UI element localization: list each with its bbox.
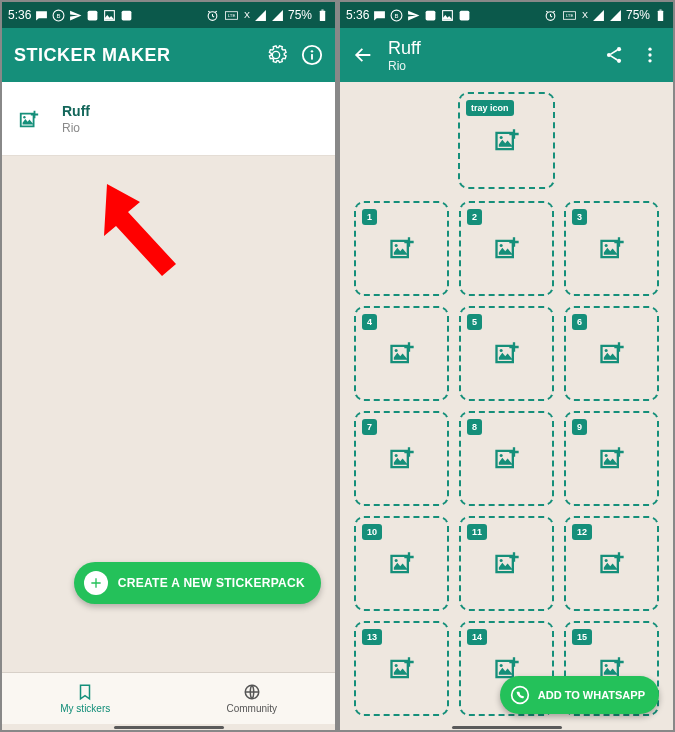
status-bar: 5:36 B LTE X 75% bbox=[340, 2, 673, 28]
slot-number: 3 bbox=[572, 209, 587, 225]
alarm-icon bbox=[206, 9, 219, 22]
settings-button[interactable] bbox=[265, 44, 287, 66]
pack-name: Ruff bbox=[62, 103, 90, 119]
slot-number: 6 bbox=[572, 314, 587, 330]
sticker-slot[interactable]: 13 bbox=[354, 621, 449, 716]
sticker-slot[interactable]: 4 bbox=[354, 306, 449, 401]
add-image-icon bbox=[388, 655, 416, 683]
app-bar-editor: Ruff Rio bbox=[340, 28, 673, 82]
slot-number: 15 bbox=[572, 629, 592, 645]
arrow-back-icon bbox=[352, 44, 374, 66]
sticker-slot[interactable]: 10 bbox=[354, 516, 449, 611]
editor-subtitle: Rio bbox=[388, 59, 589, 73]
pointer-arrow-icon bbox=[92, 182, 202, 292]
slot-number: 14 bbox=[467, 629, 487, 645]
add-image-icon bbox=[598, 445, 626, 473]
sticker-grid: tray icon 123456789101112131415 bbox=[340, 82, 673, 730]
svg-point-29 bbox=[648, 48, 651, 51]
more-vert-icon bbox=[640, 45, 660, 65]
bottom-nav: My stickers Community bbox=[2, 672, 335, 724]
svg-marker-14 bbox=[104, 184, 176, 276]
app-icon-2 bbox=[120, 9, 133, 22]
tab-my-stickers[interactable]: My stickers bbox=[2, 673, 169, 724]
battery-percent: 75% bbox=[626, 8, 650, 22]
plus-icon bbox=[84, 571, 108, 595]
app-icon-1 bbox=[86, 9, 99, 22]
slot-number: 13 bbox=[362, 629, 382, 645]
svg-rect-18 bbox=[426, 10, 436, 20]
sticker-slot[interactable]: 8 bbox=[459, 411, 554, 506]
share-button[interactable] bbox=[603, 44, 625, 66]
svg-rect-20 bbox=[460, 10, 470, 20]
battery-icon bbox=[316, 9, 329, 22]
slot-number: 11 bbox=[467, 524, 487, 540]
sticker-slot[interactable]: 3 bbox=[564, 201, 659, 296]
slot-number: 4 bbox=[362, 314, 377, 330]
add-image-icon bbox=[598, 340, 626, 368]
message-icon bbox=[35, 9, 48, 22]
image-icon bbox=[103, 9, 116, 22]
svg-rect-5 bbox=[122, 10, 132, 20]
add-image-icon bbox=[493, 340, 521, 368]
info-icon bbox=[301, 44, 323, 66]
add-to-whatsapp-button[interactable]: ADD TO WHATSAPP bbox=[500, 676, 659, 714]
battery-percent: 75% bbox=[288, 8, 312, 22]
gesture-bar bbox=[340, 724, 673, 730]
sticker-slot[interactable]: 9 bbox=[564, 411, 659, 506]
gear-icon bbox=[265, 44, 287, 66]
svg-rect-25 bbox=[659, 9, 661, 10]
sticker-slot[interactable]: 2 bbox=[459, 201, 554, 296]
signal-icon-1 bbox=[254, 9, 267, 22]
globe-icon bbox=[243, 683, 261, 701]
add-image-icon bbox=[598, 550, 626, 578]
tab-community[interactable]: Community bbox=[169, 673, 336, 724]
add-image-icon bbox=[388, 235, 416, 263]
create-stickerpack-button[interactable]: CREATE A NEW STICKERPACK bbox=[74, 562, 321, 604]
app-icon-2 bbox=[458, 9, 471, 22]
svg-text:B: B bbox=[57, 12, 61, 18]
share-icon bbox=[604, 45, 624, 65]
signal-icon-2 bbox=[609, 9, 622, 22]
status-bar: 5:36 B LTE X 75% bbox=[2, 2, 335, 28]
tab-label: My stickers bbox=[60, 703, 110, 714]
slot-number: 7 bbox=[362, 419, 377, 435]
svg-rect-3 bbox=[88, 10, 98, 20]
battery-icon bbox=[654, 9, 667, 22]
sticker-slot[interactable]: 7 bbox=[354, 411, 449, 506]
tray-icon-slot[interactable]: tray icon bbox=[458, 92, 555, 189]
slot-number: 12 bbox=[572, 524, 592, 540]
x-label: X bbox=[244, 10, 250, 20]
sticker-slot[interactable]: 6 bbox=[564, 306, 659, 401]
send-icon bbox=[407, 9, 420, 22]
svg-point-30 bbox=[648, 53, 651, 56]
back-button[interactable] bbox=[352, 44, 374, 66]
whatsapp-fab-label: ADD TO WHATSAPP bbox=[538, 689, 645, 701]
pack-author: Rio bbox=[62, 121, 90, 135]
slot-number: 5 bbox=[467, 314, 482, 330]
home-content: CREATE A NEW STICKERPACK bbox=[2, 156, 335, 672]
add-image-icon bbox=[388, 550, 416, 578]
stickerpack-list-item[interactable]: Ruff Rio bbox=[2, 82, 335, 156]
app-title: STICKER MAKER bbox=[14, 45, 251, 66]
svg-point-12 bbox=[311, 50, 313, 52]
sticker-slot[interactable]: 5 bbox=[459, 306, 554, 401]
svg-rect-9 bbox=[320, 10, 325, 20]
screen-sticker-maker-home: 5:36 B LTE X 75% STICKER MAKER bbox=[2, 2, 335, 730]
tab-label: Community bbox=[226, 703, 277, 714]
message-icon bbox=[373, 9, 386, 22]
screen-pack-editor: 5:36 B LTE X 75% Ruff Rio bbox=[340, 2, 673, 730]
more-button[interactable] bbox=[639, 44, 661, 66]
svg-text:LTE: LTE bbox=[228, 13, 236, 18]
svg-point-31 bbox=[648, 59, 651, 62]
svg-text:B: B bbox=[395, 12, 399, 18]
sticker-slot[interactable]: 11 bbox=[459, 516, 554, 611]
info-button[interactable] bbox=[301, 44, 323, 66]
whatsapp-icon bbox=[510, 685, 530, 705]
app-bar-home: STICKER MAKER bbox=[2, 28, 335, 82]
svg-rect-13 bbox=[311, 54, 313, 60]
bookmark-icon bbox=[76, 683, 94, 701]
add-image-icon bbox=[493, 445, 521, 473]
status-time: 5:36 bbox=[346, 8, 369, 22]
sticker-slot[interactable]: 12 bbox=[564, 516, 659, 611]
sticker-slot[interactable]: 1 bbox=[354, 201, 449, 296]
